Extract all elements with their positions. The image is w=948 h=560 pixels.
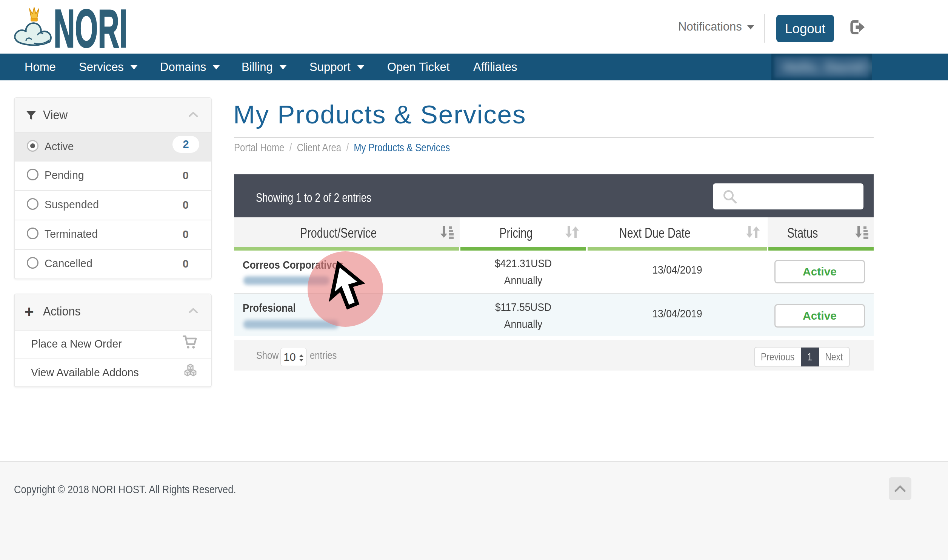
svg-text:NORI: NORI (54, 3, 128, 49)
